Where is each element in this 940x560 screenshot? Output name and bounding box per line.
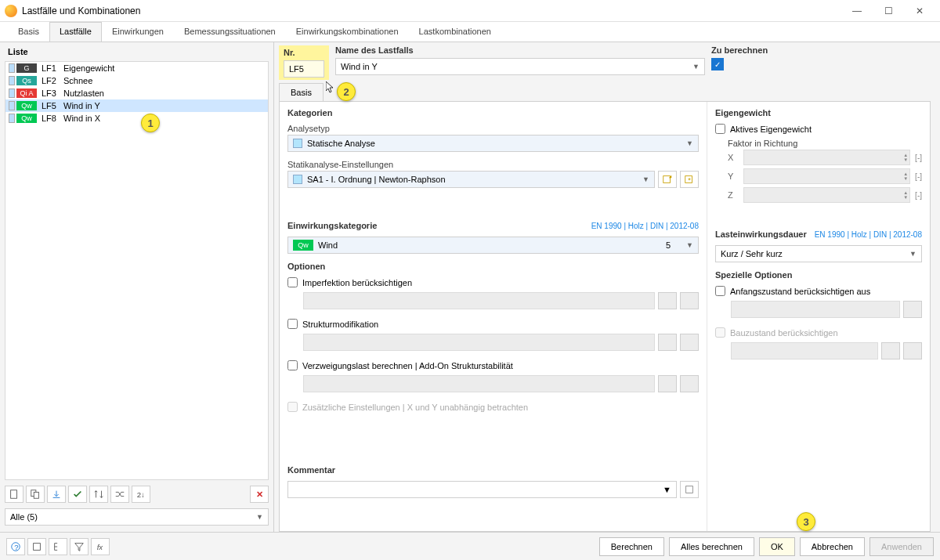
bottom-bar: ? fx Berechnen Alles berechnen OK Abbrec… <box>0 532 940 560</box>
duration-title: Lasteinwirkungsdauer <box>715 229 807 239</box>
initial-field <box>731 301 900 318</box>
comment-edit-icon[interactable] <box>680 481 699 498</box>
left-panel: Liste GLF1EigengewichtQsLF2SchneeQi ALF3… <box>0 42 274 532</box>
filter-select[interactable]: Alle (5) ▼ <box>5 508 269 526</box>
axis-row-x: X▲▼[-] <box>728 150 922 165</box>
tab-lastkombinationen[interactable]: Lastkombinationen <box>409 22 501 42</box>
calc-checkbox[interactable]: ✓ <box>711 58 724 70</box>
new-icon <box>680 292 699 309</box>
axis-row-z: Z▲▼[-] <box>728 187 922 203</box>
nr-field[interactable]: LF5 <box>284 60 324 78</box>
renumber-icon[interactable]: 2↓ <box>132 486 150 503</box>
duration-title-row: Lasteinwirkungsdauer EN 1990 | Holz | DI… <box>715 229 922 239</box>
list-item[interactable]: QwLF5Wind in Y <box>5 99 268 112</box>
export-icon[interactable] <box>47 486 66 503</box>
nr-value: LF5 <box>289 64 304 74</box>
category-tag: Qi A <box>16 89 37 98</box>
list-title: Liste <box>0 42 273 61</box>
maximize-button[interactable]: ☐ <box>873 2 904 20</box>
svg-text:*: * <box>688 175 691 184</box>
axis-unit: [-] <box>915 191 922 200</box>
selfweight-checkbox[interactable] <box>715 124 725 134</box>
list-item[interactable]: Qi ALF3Nutzlasten <box>5 87 268 99</box>
delete-button[interactable]: ✕ <box>250 486 269 503</box>
filter-icon[interactable] <box>70 538 89 555</box>
imperfection-label: Imperfektion berücksichtigen <box>302 278 412 287</box>
settings-select[interactable]: SA1 - I. Ordnung | Newton-Raphson ▼ <box>287 171 655 188</box>
structmod-checkbox[interactable] <box>287 319 298 329</box>
loadcase-name: Wind in X <box>63 114 100 123</box>
help-icon[interactable]: ? <box>6 538 25 555</box>
function-icon[interactable]: fx <box>91 538 110 555</box>
imperfection-field <box>303 292 655 309</box>
option-additional: Zusätzliche Einstellungen | X und Y unab… <box>287 402 699 412</box>
goto-icon[interactable] <box>658 171 677 188</box>
actioncat-title: Einwirkungskategorie <box>287 221 377 230</box>
new-icon <box>903 342 922 359</box>
list-toolbar: 2↓ ✕ <box>5 483 269 505</box>
tab-lastfälle[interactable]: Lastfälle <box>49 22 102 42</box>
calculate-all-button[interactable]: Alles berechnen <box>669 537 754 556</box>
calculate-button[interactable]: Berechnen <box>599 537 664 556</box>
tab-bemessungssituationen[interactable]: Bemessungssituationen <box>174 22 286 42</box>
subtab-basis[interactable]: Basis <box>279 83 324 101</box>
structmod-field <box>303 334 655 351</box>
minimize-button[interactable]: — <box>841 2 873 20</box>
shuffle-icon[interactable] <box>110 486 129 503</box>
svg-text:fx: fx <box>97 542 104 551</box>
duration-select[interactable]: Kurz / Sehr kurz ▼ <box>715 245 922 262</box>
name-field[interactable]: Wind in Y ▼ <box>335 58 705 75</box>
check-icon[interactable] <box>68 486 87 503</box>
bifurcation-label: Verzweigungslast berechnen | Add-On Stru… <box>302 361 513 370</box>
units-icon[interactable] <box>27 538 46 555</box>
option-bifurcation: Verzweigungslast berechnen | Add-On Stru… <box>287 360 699 370</box>
initial-label: Anfangszustand berücksichtigen aus <box>730 287 870 296</box>
ok-button[interactable]: OK <box>759 537 795 556</box>
additional-checkbox <box>287 402 298 412</box>
special-initial-row: Anfangszustand berücksichtigen aus <box>715 286 922 296</box>
actioncat-select[interactable]: Qw Wind 5 ▼ <box>287 237 699 254</box>
loadcase-code: LF3 <box>42 89 63 98</box>
filter-row: Alle (5) ▼ <box>5 508 269 527</box>
new-settings-icon[interactable]: * <box>680 171 699 188</box>
imperfection-checkbox[interactable] <box>287 277 298 287</box>
initial-checkbox[interactable] <box>715 286 725 296</box>
close-button[interactable]: ✕ <box>904 2 935 20</box>
chevron-down-icon: ▼ <box>686 241 693 249</box>
subtab-row: Basis <box>279 83 931 101</box>
analysis-select[interactable]: Statische Analyse ▼ <box>287 135 699 152</box>
selfweight-label: Aktives Eigengewicht <box>730 125 812 134</box>
goto-icon <box>658 375 677 392</box>
tab-basis[interactable]: Basis <box>8 22 49 42</box>
chevron-down-icon: ▼ <box>663 485 671 494</box>
settings-label: Statikanalyse-Einstellungen <box>287 160 699 169</box>
header-row: Nr. LF5 Name des Lastfalls Wind in Y ▼ Z… <box>274 42 935 83</box>
titlebar: Lastfälle und Kombinationen — ☐ ✕ <box>0 0 940 22</box>
bifurcation-checkbox[interactable] <box>287 360 298 370</box>
category-tag: Qs <box>16 76 37 85</box>
selfweight-active-row: Aktives Eigengewicht <box>715 124 922 134</box>
svg-rect-0 <box>11 490 17 499</box>
comment-select[interactable]: ▼ <box>287 481 677 498</box>
selfweight-title: Eigengewicht <box>715 108 922 117</box>
svg-rect-10 <box>34 543 41 550</box>
axis-spinner: ▲▼ <box>743 187 910 203</box>
copy-icon[interactable] <box>26 486 45 503</box>
new-icon[interactable] <box>5 486 24 503</box>
loadcase-list[interactable]: GLF1EigengewichtQsLF2SchneeQi ALF3Nutzla… <box>5 61 269 480</box>
comment-title: Kommentar <box>287 465 699 475</box>
header-name: Name des Lastfalls Wind in Y ▼ <box>335 45 705 80</box>
window-title: Lastfälle und Kombinationen <box>22 5 841 16</box>
color-swatch <box>9 101 15 110</box>
sort-icon[interactable] <box>89 486 108 503</box>
tab-einwirkungskombinationen[interactable]: Einwirkungskombinationen <box>286 22 409 42</box>
loadcase-name: Nutzlasten <box>63 89 104 98</box>
category-tag: Qw <box>16 114 37 123</box>
list-item[interactable]: QsLF2Schnee <box>5 74 268 87</box>
tab-einwirkungen[interactable]: Einwirkungen <box>102 22 174 42</box>
header-nr: Nr. LF5 <box>279 45 329 80</box>
list-item[interactable]: GLF1Eigengewicht <box>5 62 268 74</box>
tree-icon[interactable] <box>49 538 67 555</box>
cancel-button[interactable]: Abbrechen <box>800 537 865 556</box>
list-item[interactable]: QwLF8Wind in X <box>5 112 268 125</box>
